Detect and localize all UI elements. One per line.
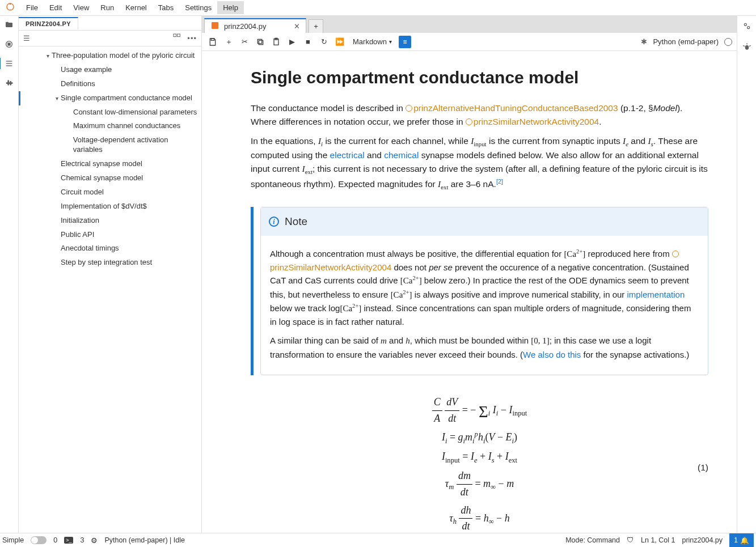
simple-mode-toggle[interactable] bbox=[31, 536, 47, 544]
add-tab-button[interactable]: + bbox=[309, 19, 323, 33]
running-icon[interactable] bbox=[3, 39, 15, 50]
notebook-toolbar: ＋ ✂ ▶ ■ ↻ ⏩ Markdown ▾ ≡ ✱ Python (emd-p… bbox=[202, 33, 737, 51]
close-icon[interactable]: ✕ bbox=[294, 22, 300, 31]
toc-item-label: Circuit model bbox=[61, 188, 104, 197]
cut-icon[interactable]: ✂ bbox=[238, 36, 251, 48]
svg-rect-12 bbox=[259, 40, 263, 44]
run-all-icon[interactable]: ⏩ bbox=[333, 36, 346, 48]
toc-item-13[interactable]: Anecdotal timings bbox=[19, 241, 201, 256]
toc-item-4[interactable]: Constant low-dimensional parameters bbox=[19, 105, 201, 120]
extensions-icon[interactable] bbox=[3, 77, 15, 88]
status-mode: Mode: Command bbox=[565, 536, 620, 544]
python-file-icon bbox=[210, 21, 219, 32]
render-markdown-button[interactable]: ≡ bbox=[399, 36, 411, 48]
toc-icon[interactable] bbox=[0, 58, 18, 69]
menu-settings[interactable]: Settings bbox=[179, 1, 217, 14]
note-cell: iNote Although a concentration must alwa… bbox=[251, 207, 708, 375]
note-title: Note bbox=[285, 213, 307, 230]
toc-item-14[interactable]: Step by step integration test bbox=[19, 256, 201, 270]
status-lncol: Ln 1, Col 1 bbox=[641, 536, 675, 544]
equation-block-1: (1) CA dVdt = − Σi Ii − Iinput Ii = gimi… bbox=[251, 392, 708, 533]
toc-item-2[interactable]: Definitions bbox=[19, 77, 201, 91]
svg-point-16 bbox=[744, 23, 746, 26]
folder-icon[interactable] bbox=[3, 19, 15, 31]
notifications-button[interactable]: 1 🔔 bbox=[729, 533, 754, 547]
toc-item-label: Definitions bbox=[61, 79, 95, 89]
run-icon[interactable]: ▶ bbox=[286, 36, 298, 48]
save-icon[interactable] bbox=[206, 36, 219, 48]
toc-item-12[interactable]: Public API bbox=[19, 228, 201, 242]
footnote-2[interactable]: [2] bbox=[496, 178, 503, 185]
kernel-name[interactable]: Python (emd-paper) bbox=[653, 37, 719, 46]
status-zero: 0 bbox=[53, 536, 57, 544]
link-chemical[interactable]: chemical bbox=[384, 150, 419, 160]
toc-item-label: Usage example bbox=[61, 65, 112, 75]
menu-help[interactable]: Help bbox=[217, 1, 244, 14]
collapse-headers-icon[interactable]: ☰ bbox=[23, 34, 30, 43]
link-implementation[interactable]: implementation bbox=[627, 290, 685, 299]
note-para-2: A similar thing can be said of m and h, … bbox=[270, 334, 699, 361]
statusbar: Simple 0 >_ 3 ⚙ Python (emd-paper) | Idl… bbox=[0, 533, 756, 547]
toc-item-label: Initialization bbox=[61, 216, 99, 226]
toc-item-label: Constant low-dimensional parameters bbox=[73, 108, 197, 117]
right-bar bbox=[737, 16, 756, 533]
stop-icon[interactable]: ■ bbox=[302, 36, 314, 48]
citation-1[interactable]: prinzAlternativeHandTuningConductanceBas… bbox=[406, 103, 618, 113]
svg-line-21 bbox=[749, 45, 751, 46]
insert-cell-icon[interactable]: ＋ bbox=[222, 36, 235, 48]
svg-rect-8 bbox=[174, 34, 176, 37]
terminal-icon[interactable]: >_ bbox=[64, 537, 73, 544]
toc-item-11[interactable]: Initialization bbox=[19, 214, 201, 228]
link-also-do-this[interactable]: We also do this bbox=[523, 350, 581, 359]
cog-icon[interactable]: ⚙ bbox=[91, 536, 98, 545]
toc-item-label: Anecdotal timings bbox=[61, 244, 119, 253]
copy-icon[interactable] bbox=[254, 36, 267, 48]
toc-item-10[interactable]: Implementation of $dV/dt$ bbox=[19, 200, 201, 214]
svg-rect-9 bbox=[178, 34, 180, 37]
menu-file[interactable]: File bbox=[20, 1, 44, 14]
menu-tabs[interactable]: Tabs bbox=[153, 1, 179, 14]
svg-rect-4 bbox=[8, 43, 10, 45]
sidebar-tab[interactable]: PRINZ2004.PY bbox=[19, 17, 78, 29]
menu-run[interactable]: Run bbox=[95, 1, 120, 14]
toc-item-1[interactable]: Usage example bbox=[19, 63, 201, 77]
info-icon: i bbox=[269, 217, 279, 227]
debug-icon[interactable] bbox=[742, 43, 751, 53]
twisty-icon: ▾ bbox=[53, 95, 61, 102]
toc-item-label: Chemical synapse model bbox=[61, 173, 143, 183]
svg-rect-11 bbox=[211, 39, 214, 40]
toc-item-8[interactable]: Chemical synapse model bbox=[19, 171, 201, 185]
notebook-content: Single compartment conductance model The… bbox=[202, 51, 737, 533]
restart-icon[interactable]: ↻ bbox=[318, 36, 330, 48]
svg-rect-13 bbox=[257, 39, 261, 43]
link-electrical[interactable]: electrical bbox=[330, 150, 365, 160]
svg-line-20 bbox=[743, 45, 745, 46]
kernel-gear-icon[interactable]: ✱ bbox=[641, 37, 647, 46]
more-icon[interactable]: ••• bbox=[187, 34, 197, 43]
paste-icon[interactable] bbox=[270, 36, 282, 48]
page-title: Single compartment conductance model bbox=[251, 65, 708, 91]
trust-icon[interactable]: 🛡 bbox=[627, 536, 634, 544]
toc-item-5[interactable]: Maximum channel conductances bbox=[19, 119, 201, 133]
toc-item-7[interactable]: Electrical synapse model bbox=[19, 157, 201, 171]
toc-item-label: Voltage-dependent activation variables bbox=[73, 135, 198, 155]
toc-item-9[interactable]: Circuit model bbox=[19, 185, 201, 200]
toc-item-0[interactable]: ▾Three-population model of the pyloric c… bbox=[19, 49, 201, 63]
note-para-1: Although a concentration must always be … bbox=[270, 247, 699, 329]
celltype-select[interactable]: Markdown ▾ bbox=[349, 36, 395, 47]
doctab-prinz[interactable]: prinz2004.py ✕ bbox=[204, 18, 306, 33]
toc-item-6[interactable]: Voltage-dependent activation variables bbox=[19, 133, 201, 157]
status-kernel[interactable]: Python (emd-paper) | Idle bbox=[104, 536, 185, 544]
menu-view[interactable]: View bbox=[67, 1, 95, 14]
status-three: 3 bbox=[80, 536, 84, 544]
toc-item-3[interactable]: ▾Single compartment conductance model bbox=[19, 91, 201, 105]
celltype-label: Markdown bbox=[353, 37, 387, 46]
citation-2[interactable]: prinzSimilarNetworkActivity2004 bbox=[466, 117, 599, 126]
numbering-icon[interactable] bbox=[172, 33, 181, 44]
menu-edit[interactable]: Edit bbox=[44, 1, 67, 14]
menu-kernel[interactable]: Kernel bbox=[120, 1, 153, 14]
settings-icon[interactable] bbox=[742, 22, 751, 32]
jupyter-logo-icon bbox=[6, 2, 17, 14]
kernel-status-icon bbox=[724, 38, 732, 46]
svg-point-1 bbox=[10, 3, 11, 5]
